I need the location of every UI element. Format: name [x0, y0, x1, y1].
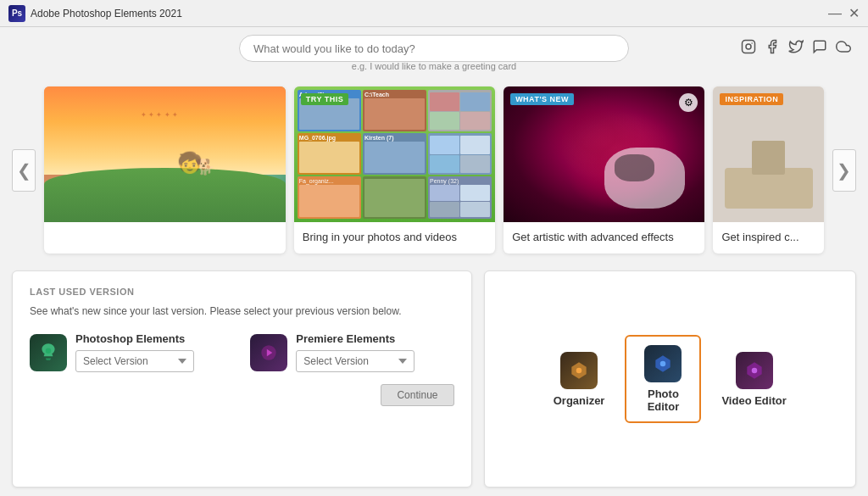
title-bar: Ps Adobe Photoshop Elements 2021 — ✕ — [0, 0, 868, 27]
premiere-elements-info: Premiere Elements Select Version — [296, 332, 453, 372]
card-landscape-image: ✦ ✦ ✦ ✦ ✦ 🧒 🐕 — [44, 86, 286, 222]
whats-new-badge: WHAT'S NEW — [510, 93, 574, 105]
card-inspiration-label: Get inspired c... — [713, 222, 824, 254]
photoshop-version-select[interactable]: Select Version — [75, 350, 194, 372]
last-used-title: LAST USED VERSION — [30, 287, 454, 297]
photo-editor-icon — [644, 345, 682, 382]
header-area: e.g. I would like to make a greeting car… — [0, 27, 868, 78]
video-editor-icon — [736, 352, 773, 389]
close-button[interactable]: ✕ — [848, 8, 860, 20]
organizer-label: Organizer — [554, 394, 605, 407]
prev-arrow[interactable]: ❮ — [12, 149, 36, 192]
photo-editor-button[interactable]: PhotoEditor — [625, 335, 701, 423]
instagram-icon[interactable] — [741, 39, 756, 58]
svg-rect-0 — [743, 41, 755, 53]
card-artistic-image: WHAT'S NEW ⚙ — [504, 86, 704, 222]
card-inspiration[interactable]: INSPIRATION Get inspired c... — [713, 86, 824, 254]
svg-point-8 — [751, 367, 757, 373]
svg-point-2 — [751, 42, 753, 44]
premiere-elements-icon — [250, 334, 287, 371]
premiere-version-select[interactable]: Select Version — [296, 350, 415, 372]
inspiration-badge: INSPIRATION — [720, 93, 783, 105]
card-landscape-photo: ✦ ✦ ✦ ✦ ✦ 🧒 🐕 — [44, 86, 286, 254]
title-bar-controls[interactable]: — ✕ — [829, 8, 860, 20]
cards-row: ❮ ✦ ✦ ✦ ✦ ✦ 🧒 🐕 — [0, 78, 868, 262]
photoshop-elements-version: Photoshop Elements Select Version — [30, 332, 233, 372]
card-organizer-label: Bring in your photos and videos — [294, 222, 495, 254]
chat-icon[interactable] — [812, 39, 827, 58]
svg-point-3 — [46, 348, 52, 354]
search-center — [239, 35, 629, 62]
organizer-button[interactable]: Organizer — [540, 342, 619, 417]
header-search-row — [0, 39, 868, 58]
title-bar-left: Ps Adobe Photoshop Elements 2021 — [8, 5, 182, 22]
editor-panel: Organizer PhotoEditor — [484, 270, 857, 488]
photoshop-elements-info: Photoshop Elements Select Version — [75, 332, 233, 372]
svg-point-7 — [660, 361, 666, 367]
next-arrow[interactable]: ❯ — [832, 149, 856, 192]
video-editor-label: Video Editor — [721, 394, 786, 407]
photoshop-elements-name: Photoshop Elements — [75, 332, 233, 345]
svg-point-6 — [576, 367, 582, 373]
version-row: Photoshop Elements Select Version — [30, 332, 454, 372]
social-icons-group — [741, 39, 851, 58]
app-title: Adobe Photoshop Elements 2021 — [31, 8, 182, 20]
twitter-icon[interactable] — [788, 39, 804, 58]
card-inspiration-image: INSPIRATION — [713, 86, 824, 222]
bottom-section: LAST USED VERSION See what's new since y… — [0, 262, 868, 496]
svg-point-1 — [746, 44, 751, 49]
search-hint: e.g. I would like to make a greeting car… — [352, 61, 516, 71]
premiere-elements-name: Premiere Elements — [296, 332, 453, 345]
premiere-elements-version: Premiere Elements Select Version — [250, 332, 453, 372]
photoshop-elements-icon — [30, 334, 67, 371]
last-used-description: See what's new since your last version. … — [30, 304, 454, 319]
card-artistic-label: Get artistic with advanced effects — [504, 222, 704, 254]
main-content: e.g. I would like to make a greeting car… — [0, 27, 868, 496]
last-used-panel: LAST USED VERSION See what's new since y… — [12, 270, 472, 488]
card-organizer[interactable]: Adam (2) C:\Teach — [294, 86, 495, 254]
organizer-icon — [560, 352, 598, 389]
card-artistic[interactable]: WHAT'S NEW ⚙ Get artistic with advanced … — [504, 86, 704, 254]
photo-editor-label: PhotoEditor — [648, 387, 680, 413]
cloud-icon[interactable] — [836, 39, 851, 58]
minimize-button[interactable]: — — [829, 8, 841, 20]
video-editor-button[interactable]: Video Editor — [708, 342, 799, 417]
app-icon: Ps — [8, 5, 25, 22]
search-input[interactable] — [239, 35, 629, 62]
continue-button[interactable]: Continue — [381, 384, 453, 406]
card-organizer-image: Adam (2) C:\Teach — [294, 86, 495, 222]
facebook-icon[interactable] — [765, 39, 780, 58]
try-this-badge: TRY THIS — [301, 93, 349, 105]
